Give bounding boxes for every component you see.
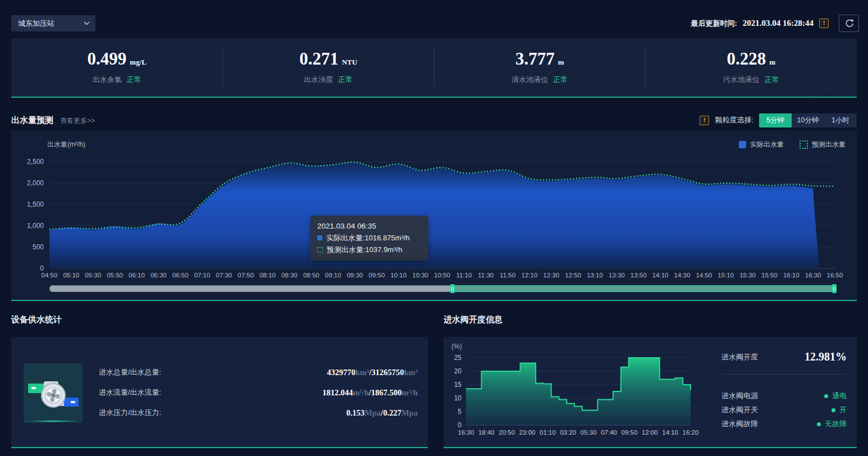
x-tick-label: 12:00 [642, 429, 658, 436]
forecast-header: 出水量预测 查看更多>> ! 颗粒度选择: 5分钟 10分钟 1小时 [11, 113, 857, 127]
supply-row-value: 4329770km³/31265750km³ [327, 368, 418, 377]
valve-panel: 0510152025(%)16:3018:4020:5023:0001:1003… [444, 337, 857, 448]
legend-predicted[interactable]: 预测出水量 [800, 140, 846, 149]
forecast-chart: 05001,0001,5002,0002,500出水量(m³/h)04:5005… [11, 130, 857, 300]
refresh-button[interactable] [839, 15, 859, 32]
x-tick-label: 04:50 [42, 272, 58, 279]
kpi-value: 3.777 [515, 49, 555, 69]
datazoom-slider[interactable] [49, 285, 836, 292]
x-tick-label: 20:50 [499, 429, 515, 436]
station-select[interactable]: 城东加压站 [11, 15, 95, 31]
x-tick-label: 10:50 [434, 272, 450, 279]
datazoom-selected-range[interactable] [452, 285, 835, 292]
x-tick-label: 09:10 [325, 272, 341, 279]
supply-row-value: 0.153Mpa/0.227Mpa [346, 408, 418, 418]
warning-icon: ! [819, 19, 829, 28]
legend-actual-label: 实际出水量 [750, 140, 784, 149]
datazoom-left-handle[interactable] [450, 284, 455, 293]
granularity-5min-button[interactable]: 5分钟 [759, 113, 792, 127]
x-tick-label: 11:10 [456, 272, 472, 279]
valve-fault-value: 无故障 [817, 419, 847, 429]
y-tick-label: 2,000 [27, 179, 44, 187]
kpi-panel: 0.499mg/L 出水余氯正常 0.271NTU 出水浊度正常 3.777m … [11, 38, 857, 98]
datazoom-right-handle[interactable] [832, 284, 837, 293]
actual-area-series [49, 163, 819, 268]
granularity-button-group: 5分钟 10分钟 1小时 [759, 113, 857, 127]
y-tick-label: 500 [33, 243, 44, 251]
x-tick-label: 06:30 [150, 272, 167, 279]
kpi-label: 出水余氯 [93, 75, 122, 84]
valve-section-title: 进水阀开度信息 [444, 314, 502, 324]
refresh-icon [844, 19, 854, 28]
view-more-link[interactable]: 查看更多>> [60, 116, 95, 126]
y-axis-title: (%) [451, 343, 462, 350]
legend-predicted-label: 预测出水量 [812, 140, 846, 149]
y-tick-label: 0 [458, 421, 462, 429]
station-select-value: 城东加压站 [18, 19, 54, 29]
kpi-value: 0.228 [727, 49, 766, 69]
supply-row-pressure: 进水压力/出水压力: 0.153Mpa/0.227Mpa [99, 407, 418, 419]
x-tick-label: 13:50 [631, 272, 647, 279]
valve-fault-label: 进水阀故障 [721, 419, 758, 429]
x-tick-label: 08:50 [303, 272, 319, 279]
x-tick-label: 10:10 [390, 272, 406, 279]
valve-opening-row: 进水阀开度 12.981% [721, 350, 847, 363]
x-tick-label: 09:50 [622, 429, 638, 436]
kpi-sewage-level: 0.228m 污水池液位正常 [646, 38, 857, 97]
x-tick-label: 15:10 [718, 272, 734, 279]
kpi-status: 正常 [553, 75, 568, 84]
supply-row-label: 进水流量/出水流量: [99, 387, 161, 398]
valve-power-row: 进水阀电源 通电 [721, 390, 847, 402]
kpi-label: 污水池液位 [723, 75, 760, 84]
x-tick-label: 05:30 [581, 429, 597, 436]
chevron-down-icon [84, 21, 90, 25]
x-tick-label: 15:50 [761, 272, 778, 279]
supply-panel: 进水总量/出水总量: 4329770km³/31265750km³ 进水流量/出… [11, 337, 428, 448]
x-tick-label: 10:30 [412, 272, 428, 279]
x-tick-label: 08:10 [259, 272, 276, 279]
valve-opening-chart: 0510152025(%)16:3018:4020:5023:0001:1003… [444, 337, 707, 447]
pump-icon [24, 363, 83, 423]
x-tick-label: 11:50 [500, 272, 515, 279]
valve-switch-label: 进水阀开关 [721, 405, 758, 415]
x-tick-label: 15:30 [739, 272, 756, 279]
dashboard-page: 城东加压站 最后更新时间: 2021.03.04 16:28:44 ! 0.49… [0, 0, 868, 456]
y-tick-label: 1,000 [27, 222, 44, 230]
kpi-label: 清水池液位 [511, 75, 548, 84]
granularity-label: 颗粒度选择: [715, 115, 753, 125]
chart-tooltip: 2021.03.04 06:35 实际出水量:1016.875m³/h 预测出水… [310, 216, 428, 261]
valve-power-value: 通电 [824, 391, 847, 401]
tooltip-datetime: 2021.03.04 06:35 [317, 220, 422, 232]
actual-series-marker [317, 235, 322, 240]
x-tick-label: 16:30 [805, 272, 821, 279]
granularity-1hour-button[interactable]: 1小时 [824, 113, 857, 127]
last-update-value: 2021.03.04 16:28:44 [743, 19, 814, 28]
y-tick-label: 0 [40, 265, 44, 272]
kpi-status: 正常 [338, 75, 353, 84]
supply-row-total: 进水总量/出水总量: 4329770km³/31265750km³ [99, 366, 418, 379]
valve-opening-label: 进水阀开度 [721, 352, 758, 362]
pump-image [24, 363, 83, 423]
last-update-label: 最后更新时间: [691, 19, 737, 29]
x-tick-label: 16:30 [458, 429, 474, 436]
predicted-series-swatch [800, 140, 808, 149]
granularity-10min-button[interactable]: 10分钟 [792, 113, 824, 127]
valve-opening-value: 12.981% [805, 350, 847, 363]
last-update-area: 最后更新时间: 2021.03.04 16:28:44 ! [691, 15, 859, 32]
x-tick-label: 11:30 [478, 272, 494, 279]
x-tick-label: 12:30 [543, 272, 559, 279]
x-tick-label: 08:30 [281, 272, 298, 279]
chart-legend: 实际出水量 预测出水量 [739, 140, 846, 149]
tooltip-actual-value: 实际出水量:1016.875m³/h [326, 232, 410, 244]
x-tick-label: 05:50 [107, 272, 123, 279]
warning-icon: ! [700, 116, 709, 125]
valve-power-label: 进水阀电源 [721, 391, 758, 401]
y-tick-label: 20 [454, 367, 462, 375]
x-tick-label: 14:50 [696, 272, 712, 279]
kpi-label: 出水浊度 [304, 75, 333, 84]
legend-actual[interactable]: 实际出水量 [739, 140, 784, 149]
x-tick-label: 07:50 [237, 272, 254, 279]
status-dot [824, 394, 828, 398]
x-tick-label: 14:10 [662, 429, 678, 436]
x-tick-label: 14:30 [674, 272, 691, 279]
